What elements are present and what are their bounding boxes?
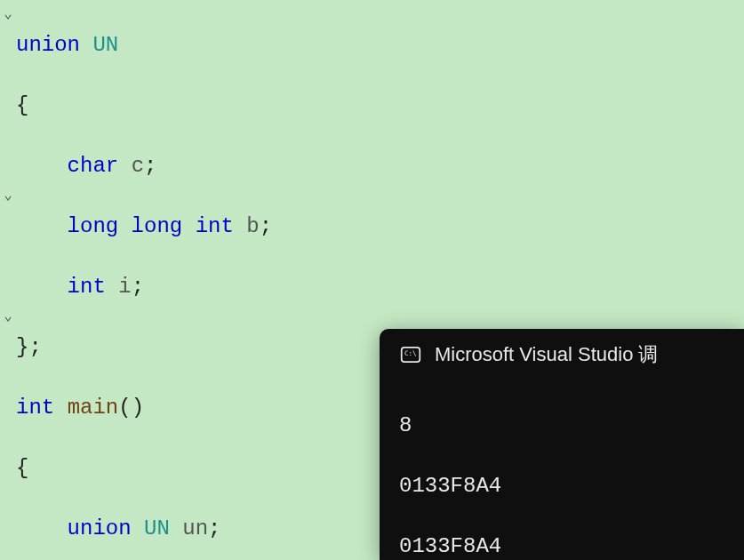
code-area[interactable]: union UN { char c; long long int b; int … <box>16 0 426 560</box>
keyword-char: char <box>68 154 119 178</box>
ident-un: un <box>182 516 208 540</box>
console-title: Microsoft Visual Studio 调 <box>435 340 658 370</box>
console-output: 8 0133F8A4 0133F8A4 0133F8A4 0133F8A4 <box>380 375 744 560</box>
ident-i: i <box>118 275 131 299</box>
ident-b: b <box>246 214 259 238</box>
fold-gutter: ⌄ ⌄ ⌄ <box>0 0 16 560</box>
fold-toggle-icon[interactable]: ⌄ <box>1 7 15 21</box>
console-line: 8 <box>399 411 724 441</box>
type-name: UN <box>144 516 170 540</box>
keyword-longlongint: long long int <box>68 214 234 238</box>
type-name: UN <box>92 33 118 57</box>
code-editor[interactable]: ⌄ ⌄ ⌄ union UN { char c; long long int b… <box>0 0 744 560</box>
console-line: 0133F8A4 <box>399 532 724 560</box>
console-titlebar[interactable]: C:\ Microsoft Visual Studio 调 <box>380 329 744 375</box>
fold-toggle-icon[interactable]: ⌄ <box>1 188 15 203</box>
keyword-union: union <box>16 33 80 57</box>
keyword-union: union <box>68 516 132 540</box>
terminal-icon: C:\ <box>399 343 422 366</box>
fold-toggle-icon[interactable]: ⌄ <box>1 309 15 324</box>
console-line: 0133F8A4 <box>399 471 724 501</box>
ident-c: c <box>132 154 144 178</box>
debug-console-window[interactable]: C:\ Microsoft Visual Studio 调 8 0133F8A4… <box>380 329 744 560</box>
keyword-int: int <box>68 275 106 299</box>
fn-main: main <box>68 396 119 420</box>
svg-text:C:\: C:\ <box>404 349 417 357</box>
keyword-int: int <box>16 396 54 420</box>
